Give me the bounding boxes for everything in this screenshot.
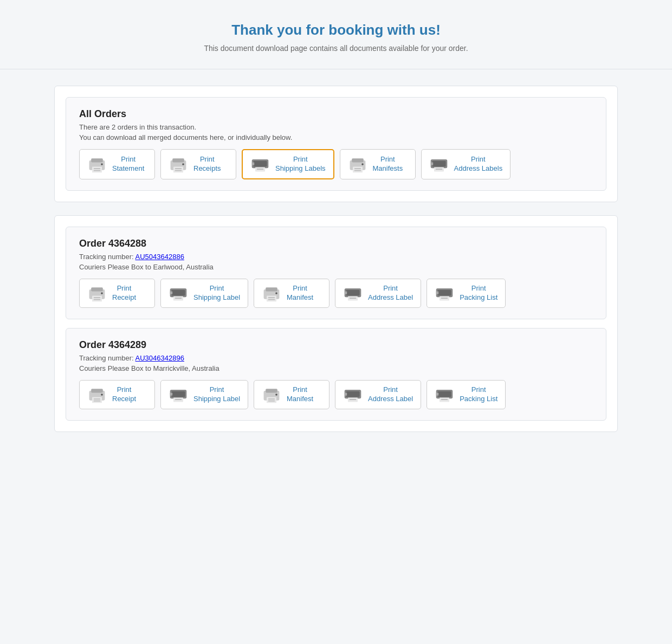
print-manifest-1-button[interactable]: Print Manifest (254, 279, 329, 308)
all-orders-desc1: There are 2 orders in this transaction. (79, 123, 593, 131)
page-header: Thank you for booking with us! This docu… (0, 0, 672, 69)
print-address-labels-button[interactable]: Print Address Labels (421, 149, 511, 179)
laser-printer-icon (87, 154, 107, 174)
print-shipping-labels-button[interactable]: Print Shipping Labels (242, 149, 334, 179)
label-printer-icon (343, 284, 363, 303)
all-orders-card: All Orders There are 2 orders in this tr… (66, 97, 606, 191)
orders-section: Order 4364288 Tracking number: AU5043642… (54, 215, 618, 432)
all-orders-desc2: You can download all merged documents he… (79, 133, 593, 141)
order-1-tracking-link[interactable]: AU5043642886 (135, 253, 184, 261)
all-orders-section: All Orders There are 2 orders in this tr… (54, 86, 618, 202)
print-statement-button[interactable]: Print Statement (79, 149, 155, 179)
order-card-2: Order 4364289 Tracking number: AU3046342… (66, 328, 606, 421)
label-printer-icon (169, 284, 188, 303)
laser-printer-icon (87, 284, 107, 303)
order-2-buttons: Print Receipt Print Shipping Label Print (79, 380, 593, 409)
print-manifest-2-button[interactable]: Print Manifest (254, 380, 329, 409)
page-title: Thank you for booking with us! (11, 22, 661, 38)
label-printer-icon (169, 385, 188, 404)
laser-printer-icon (262, 284, 281, 303)
order-1-buttons: Print Receipt Print Shipping Label Print (79, 279, 593, 308)
print-receipt-2-button[interactable]: Print Receipt (79, 380, 155, 409)
order-1-title: Order 4364288 (79, 238, 593, 249)
laser-printer-icon (87, 385, 107, 404)
order-1-tracking: Tracking number: AU5043642886 (79, 253, 593, 261)
laser-printer-icon (348, 154, 367, 174)
laser-printer-icon (262, 385, 281, 404)
order-2-tracking-link[interactable]: AU3046342896 (135, 354, 184, 362)
label-printer-icon (343, 385, 363, 404)
print-shipping-label-1-button[interactable]: Print Shipping Label (160, 279, 248, 308)
print-packing-list-2-button[interactable]: Print Packing List (427, 380, 506, 409)
all-orders-buttons: Print Statement Print Receipts Print (79, 149, 593, 179)
print-receipt-1-button[interactable]: Print Receipt (79, 279, 155, 308)
order-2-title: Order 4364289 (79, 339, 593, 351)
print-receipts-button[interactable]: Print Receipts (160, 149, 236, 179)
order-2-detail: Couriers Please Box to Marrickville, Aus… (79, 364, 593, 372)
label-printer-icon (435, 284, 454, 303)
print-shipping-label-2-button[interactable]: Print Shipping Label (160, 380, 248, 409)
print-packing-list-1-button[interactable]: Print Packing List (427, 279, 506, 308)
order-card-1: Order 4364288 Tracking number: AU5043642… (66, 227, 606, 319)
label-printer-icon (250, 154, 270, 174)
label-printer-icon (435, 385, 454, 404)
print-address-label-2-button[interactable]: Print Address Label (335, 380, 421, 409)
label-printer-icon (429, 154, 449, 174)
print-address-label-1-button[interactable]: Print Address Label (335, 279, 421, 308)
page-subtitle: This document download page contains all… (11, 44, 661, 53)
laser-printer-icon (169, 154, 188, 174)
order-1-detail: Couriers Please Box to Earlwood, Austral… (79, 263, 593, 271)
order-2-tracking: Tracking number: AU3046342896 (79, 354, 593, 362)
print-manifests-button[interactable]: Print Manifests (340, 149, 416, 179)
all-orders-title: All Orders (79, 108, 593, 120)
